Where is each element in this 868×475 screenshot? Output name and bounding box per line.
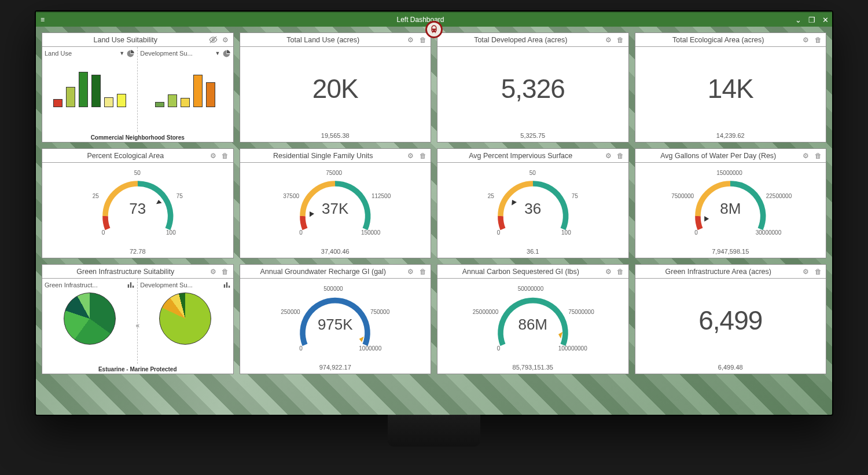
label-gi: Green Infrastruct... — [45, 282, 124, 288]
card-title: Land Use Suitability — [46, 36, 205, 44]
bar-chart-icon[interactable] — [127, 281, 135, 289]
pie-chart-icon[interactable] — [223, 49, 231, 57]
metric-exact: 36.1 — [437, 246, 628, 258]
card-title: Residential Single Family Units — [244, 152, 403, 160]
gauge-avg-gallons: 8M 0 7500000 15000000 22500000 30000000 — [684, 170, 777, 239]
trash-icon[interactable]: 🗑 — [616, 151, 625, 160]
card-caption: Commercial Neighborhood Stores — [42, 132, 233, 142]
metric-exact: 5,325.75 — [437, 130, 628, 142]
svg-rect-9 — [223, 284, 225, 288]
gear-icon[interactable]: ⚙ — [801, 151, 810, 160]
svg-rect-8 — [133, 286, 134, 288]
map-transit-marker — [425, 21, 443, 38]
card-carbon-sequestered: Annual Carbon Sequestered GI (lbs)⚙🗑 86M… — [437, 264, 629, 374]
card-title: Percent Ecological Area — [46, 152, 205, 160]
dropdown-dev-suitability[interactable]: Development Su... — [140, 50, 212, 57]
window-title: Left Dashboard — [49, 16, 792, 24]
collapse-arrow-icon[interactable]: « — [135, 321, 139, 330]
gauge-value: 37K — [289, 200, 381, 218]
metric-value: 6,499 — [698, 305, 762, 336]
pie-chart-icon[interactable] — [127, 49, 135, 57]
trash-icon[interactable]: 🗑 — [418, 151, 427, 160]
close-icon[interactable]: ✕ — [819, 16, 832, 24]
card-title: Avg Percent Impervious Surface — [441, 152, 601, 160]
metric-exact: 85,793,151.35 — [437, 362, 628, 374]
card-total-land-use: Total Land Use (acres) ⚙ 🗑 20K 19,565.38 — [240, 32, 432, 142]
gauge-carbon: 86M 0 25000000 50000000 75000000 1000000… — [487, 286, 579, 355]
metric-exact: 7,947,598.15 — [635, 246, 826, 258]
metric-exact: 19,565.38 — [240, 130, 431, 142]
svg-rect-11 — [228, 286, 229, 288]
gauge-value: 8M — [684, 200, 777, 218]
trash-icon[interactable]: 🗑 — [221, 267, 230, 276]
card-land-use-suitability: Land Use Suitability ⚙ Land Use ▼ — [42, 32, 234, 142]
gear-icon[interactable]: ⚙ — [801, 267, 810, 276]
trash-icon[interactable]: 🗑 — [616, 35, 625, 44]
metric-value: 20K — [312, 73, 358, 104]
gear-icon[interactable]: ⚙ — [406, 35, 415, 44]
card-percent-ecological: Percent Ecological Area⚙🗑 73 0 25 50 75 … — [42, 148, 234, 258]
svg-marker-12 — [359, 337, 364, 342]
card-title: Avg Gallons of Water Per Day (Res) — [639, 152, 799, 160]
gauge-groundwater: 975K 0 250000 500000 750000 1000000 — [289, 286, 381, 355]
dropdown-land-use[interactable]: Land Use — [45, 50, 117, 57]
metric-exact: 72.78 — [42, 246, 233, 258]
gauge-value: 36 — [487, 200, 579, 218]
pie-dev-suit — [159, 293, 211, 345]
card-res-single-family: Residential Single Family Units⚙🗑 37K 0 … — [240, 148, 432, 258]
card-title: Total Developed Area (acres) — [441, 36, 601, 44]
card-caption: Estuarine - Marine Protected — [42, 364, 233, 374]
dashboard-grid: Land Use Suitability ⚙ Land Use ▼ — [36, 27, 832, 380]
gear-icon[interactable]: ⚙ — [604, 35, 613, 44]
card-total-developed: Total Developed Area (acres) ⚙ 🗑 5,326 5… — [437, 32, 629, 142]
gear-icon[interactable]: ⚙ — [221, 35, 230, 44]
svg-rect-7 — [130, 282, 131, 287]
gear-icon[interactable]: ⚙ — [406, 151, 415, 160]
metric-exact: 974,922.17 — [240, 362, 431, 374]
card-title: Green Infrastructure Area (acres) — [639, 268, 799, 276]
trash-icon[interactable]: 🗑 — [221, 151, 230, 160]
trash-icon[interactable]: 🗑 — [418, 35, 427, 44]
bar-chart-dev-suitability — [155, 62, 215, 107]
chevron-down-icon[interactable]: ▼ — [119, 50, 124, 56]
gauge-value: 86M — [487, 316, 579, 334]
dashboard-monitor: ≡ Left Dashboard ⌄ ❐ ✕ Land Use Suitabil… — [35, 10, 833, 416]
card-avg-gallons: Avg Gallons of Water Per Day (Res)⚙🗑 8M … — [635, 148, 827, 258]
label-dev-suit: Development Su... — [140, 282, 220, 288]
pie-gi — [64, 293, 116, 345]
trash-icon[interactable]: 🗑 — [418, 267, 427, 276]
card-avg-impervious: Avg Percent Impervious Surface⚙🗑 36 0 25… — [437, 148, 629, 258]
bar-chart-icon[interactable] — [223, 281, 231, 289]
chevron-down-icon[interactable]: ▼ — [215, 50, 220, 56]
visibility-icon[interactable] — [209, 35, 218, 44]
metric-value: 5,326 — [501, 73, 565, 104]
card-title: Annual Groundwater Recharge GI (gal) — [244, 268, 403, 276]
gear-icon[interactable]: ⚙ — [209, 267, 218, 276]
gear-icon[interactable]: ⚙ — [209, 151, 218, 160]
gauge-percent-ecological: 73 0 25 50 75 100 — [91, 170, 184, 239]
gear-icon[interactable]: ⚙ — [406, 267, 415, 276]
gauge-avg-impervious: 36 0 25 50 75 100 — [487, 170, 579, 239]
metric-exact: 14,239.62 — [635, 130, 826, 142]
card-total-ecological: Total Ecological Area (acres) ⚙ 🗑 14K 14… — [635, 32, 827, 142]
trash-icon[interactable]: 🗑 — [616, 267, 625, 276]
svg-rect-10 — [226, 282, 227, 287]
gear-icon[interactable]: ⚙ — [801, 35, 810, 44]
trash-icon[interactable]: 🗑 — [814, 35, 822, 44]
gear-icon[interactable]: ⚙ — [604, 267, 613, 276]
maximize-icon[interactable]: ❐ — [805, 16, 819, 24]
gauge-res-single-family: 37K 0 37500 75000 112500 150000 — [289, 170, 381, 239]
chevron-down-icon[interactable]: ⌄ — [792, 16, 805, 24]
card-title: Total Land Use (acres) — [244, 36, 403, 44]
gear-icon[interactable]: ⚙ — [604, 151, 613, 160]
card-gi-suitability: Green Infrastructure Suitability⚙🗑 Green… — [42, 264, 234, 374]
trash-icon[interactable]: 🗑 — [814, 151, 822, 160]
metric-value: 14K — [708, 73, 753, 104]
card-groundwater-recharge: Annual Groundwater Recharge GI (gal)⚙🗑 9… — [240, 264, 432, 374]
trash-icon[interactable]: 🗑 — [814, 267, 822, 276]
gauge-value: 975K — [289, 316, 381, 334]
metric-exact: 37,400.46 — [240, 246, 431, 258]
card-title: Annual Carbon Sequestered GI (lbs) — [441, 268, 601, 276]
card-title: Green Infrastructure Suitability — [46, 268, 205, 276]
hamburger-icon[interactable]: ≡ — [36, 16, 49, 24]
